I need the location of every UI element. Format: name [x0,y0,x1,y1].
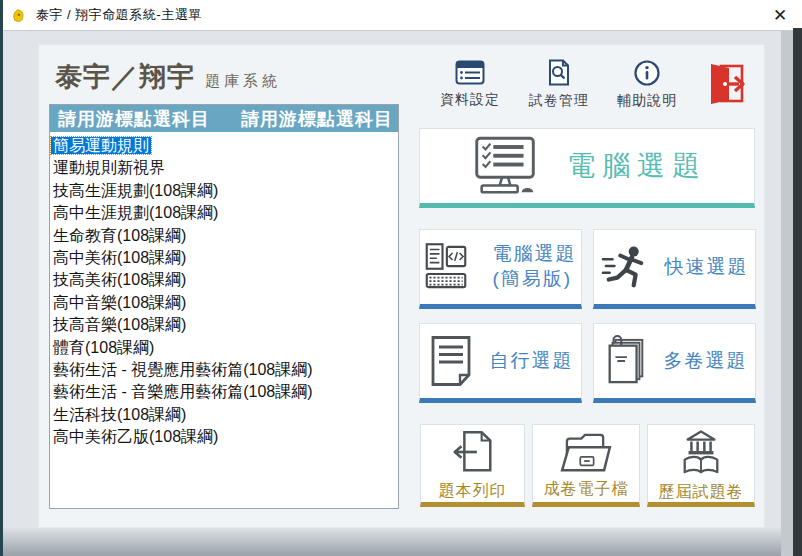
print-booklet-label: 題本列印 [439,481,507,502]
self-select-label: 自行選題 [490,349,574,374]
multi-paper-select-button[interactable]: 多卷選題 [593,323,756,403]
window-right-margin [781,30,793,556]
help-icon [633,59,661,87]
subject-item[interactable]: 生命教育(108課綱) [51,225,398,247]
subject-item[interactable]: 運動規則新視界 [51,157,398,179]
subject-list-header: 請用游標點選科目 請用游標點選科目 [50,105,398,132]
data-settings-button[interactable]: 資料設定 [431,59,509,110]
past-papers-label: 歷屆試題卷 [659,482,744,503]
archive-bank-icon [678,428,724,476]
subject-item[interactable]: 簡易運動規則 [51,135,398,157]
data-settings-icon [455,59,485,86]
computer-select-button[interactable]: 電腦選題 [419,128,755,208]
exit-button[interactable] [697,59,757,110]
brand-logo: 泰宇／翔宇 題庫系統 [55,59,281,95]
subject-item[interactable]: 體育(108課綱) [51,337,398,359]
subject-item[interactable]: 技高生涯規劃(108課綱) [51,180,398,202]
subject-item[interactable]: 高中美術(108課綱) [51,247,398,269]
computer-select-simple-label: 電腦選題(簡易版) [493,242,577,291]
document-lines-icon [428,335,474,387]
print-booklet-button[interactable]: 題本列印 [420,424,525,507]
print-export-icon [449,429,497,475]
quick-select-button[interactable]: 快速選題 [593,229,756,309]
subject-item[interactable]: 技高美術(108課綱) [51,269,398,291]
computer-select-label: 電腦選題 [567,147,707,185]
app-icon [10,7,27,24]
main-panel: 泰宇／翔宇 題庫系統 資料設定 [38,44,765,528]
exam-management-label: 試卷管理 [529,92,589,110]
subject-list-header-right: 請用游標點選科目 [241,107,393,131]
window-title: 泰宇 / 翔宇命題系統-主選單 [36,6,202,24]
window-left-border [0,0,3,556]
runner-icon [601,244,651,290]
past-papers-button[interactable]: 歷屆試題卷 [647,424,755,507]
exit-door-icon [707,62,747,106]
top-toolbar: 資料設定 試卷管理 輔助說明 [431,59,757,110]
exam-management-button[interactable]: 試卷管理 [520,59,598,110]
close-button[interactable]: ✕ [768,4,792,26]
subject-item[interactable]: 高中生涯規劃(108課綱) [51,202,398,224]
subject-listbox[interactable]: 請用游標點選科目 請用游標點選科目 簡易運動規則 運動規則新視界 技高生涯規劃(… [49,104,399,509]
subject-item[interactable]: 藝術生活 - 音樂應用藝術篇(108課綱) [51,381,398,403]
brand-subtitle: 題庫系統 [205,72,281,91]
titlebar: 泰宇 / 翔宇命題系統-主選單 ✕ [0,0,802,31]
subject-item[interactable]: 藝術生活 - 視覺應用藝術篇(108課綱) [51,359,398,381]
subject-item[interactable]: 高中音樂(108課綱) [51,292,398,314]
data-settings-label: 資料設定 [440,91,500,109]
subject-list-header-left: 請用游標點選科目 [58,107,210,131]
quick-select-label: 快速選題 [665,255,749,280]
efile-button[interactable]: 成卷電子檔 [532,424,640,507]
multi-paper-select-label: 多卷選題 [664,349,748,374]
help-label: 輔助說明 [617,92,677,110]
efile-label: 成卷電子檔 [544,479,629,500]
subject-item[interactable]: 生活科技(108課綱) [51,404,398,426]
app-window: 泰宇 / 翔宇命題系統-主選單 ✕ 泰宇／翔宇 題庫系統 資料設定 [0,0,802,556]
exam-management-icon [545,59,573,87]
folder-icon [559,431,613,473]
brand-name: 泰宇／翔宇 [55,59,195,95]
subject-item[interactable]: 高中美術乙版(108課綱) [51,426,398,448]
paper-stack-icon [602,334,650,388]
self-select-button[interactable]: 自行選題 [419,323,582,403]
computer-checklist-icon [467,135,545,197]
help-button[interactable]: 輔助說明 [608,59,686,110]
keyboard-code-icon [425,241,481,293]
subject-list-items: 簡易運動規則 運動規則新視界 技高生涯規劃(108課綱) 高中生涯規劃(108課… [50,132,398,449]
window-bottom-border [0,528,802,556]
window-right-border [793,28,802,556]
subject-item[interactable]: 技高音樂(108課綱) [51,314,398,336]
computer-select-simple-button[interactable]: 電腦選題(簡易版) [419,229,582,309]
